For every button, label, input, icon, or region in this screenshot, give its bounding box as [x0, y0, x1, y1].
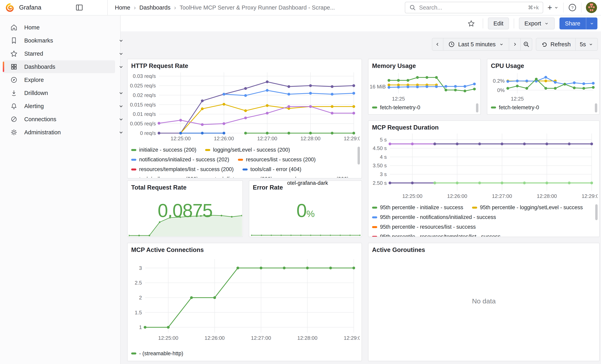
legend-item[interactable]: tools/call - success (200): [131, 176, 198, 178]
question-circle-icon: ?: [568, 3, 577, 12]
time-back-button[interactable]: [432, 38, 443, 51]
sidebar-toggle-icon[interactable]: [75, 3, 83, 12]
legend-item[interactable]: notifications/initialized - success (202…: [131, 157, 229, 163]
mcp-active-connections-chart[interactable]: 11.522.5312:25:0012:26:0012:27:0012:28:0…: [129, 255, 360, 344]
memory-usage-chart[interactable]: 16 MiB12:25: [370, 69, 478, 101]
svg-text:12:25:00: 12:25:00: [158, 335, 178, 341]
legend-item[interactable]: 95th percentile - resources/list - succe…: [372, 224, 476, 230]
legend-scrollbar[interactable]: [595, 204, 598, 220]
sidebar-item-bookmarks[interactable]: Bookmarks: [3, 34, 115, 47]
svg-text:0.01 req/s: 0.01 req/s: [133, 111, 156, 117]
legend-item[interactable]: - (streamable-http): [131, 351, 183, 357]
bookmark-icon: [10, 37, 18, 45]
sidebar-item-dashboards[interactable]: Dashboards: [3, 60, 115, 73]
refresh-interval-picker[interactable]: 5s: [576, 38, 598, 51]
floating-label: otel-grafana-dark: [287, 180, 328, 186]
legend-item[interactable]: fetch-telemetry-0: [491, 105, 539, 111]
cpu-usage-chart[interactable]: 0.2%0%12:25: [489, 69, 597, 101]
zoom-out-button[interactable]: [521, 38, 532, 51]
panel-error-rate: Error Rate 0%: [249, 180, 362, 237]
gear-icon: [10, 128, 18, 136]
sidebar-item-connections[interactable]: Connections: [3, 113, 115, 126]
legend-item[interactable]: resources/list - success (200): [238, 157, 316, 163]
legend-item[interactable]: tools/list - success (200): [207, 176, 272, 178]
compass-icon: [10, 76, 18, 84]
chevron-down-icon[interactable]: [118, 116, 124, 122]
favorite-star-button[interactable]: [467, 20, 475, 27]
panel-title[interactable]: MCP Request Duration: [369, 121, 599, 131]
share-menu-button[interactable]: [586, 18, 597, 30]
chevron-down-icon[interactable]: [118, 37, 124, 44]
search-input[interactable]: Search... ⌘+k: [405, 2, 543, 13]
legend-item[interactable]: unknown - success (200): [281, 176, 349, 178]
legend-scrollbar[interactable]: [476, 103, 478, 112]
sidebar-item-home[interactable]: Home: [3, 21, 115, 34]
bell-icon: [10, 102, 18, 110]
chevron-down-icon[interactable]: [118, 90, 124, 96]
svg-text:0.2%: 0.2%: [493, 78, 505, 84]
legend-item[interactable]: tools/call - error (404): [242, 166, 301, 172]
export-button[interactable]: Export: [519, 18, 555, 30]
breadcrumb-dashboards[interactable]: Dashboards: [139, 4, 170, 11]
legend-item[interactable]: 95th percentile - resources/templates/li…: [372, 234, 501, 237]
legend-item[interactable]: 95th percentile - logging/setLevel - suc…: [472, 205, 583, 211]
panel-title[interactable]: Memory Usage: [369, 59, 480, 69]
legend-item[interactable]: 95th percentile - initialize - success: [372, 205, 463, 211]
sidebar-item-starred[interactable]: Starred: [3, 47, 115, 60]
svg-text:12:25: 12:25: [392, 96, 405, 101]
svg-text:12:27:00: 12:27:00: [251, 335, 271, 341]
dashboard-action-bar: Edit Export Share: [121, 16, 601, 31]
legend-item[interactable]: fetch-telemetry-0: [372, 105, 420, 111]
legend-item[interactable]: initialize - success (200): [131, 147, 196, 153]
svg-text:2.5: 2.5: [135, 280, 142, 286]
chevron-down-icon[interactable]: [118, 64, 124, 70]
help-button[interactable]: ?: [568, 3, 577, 12]
sidebar: Home Bookmarks Starred Dashboards Explor…: [0, 16, 121, 364]
breadcrumb-home[interactable]: Home: [115, 4, 130, 11]
legend-item[interactable]: 95th percentile - notifications/initiali…: [372, 214, 496, 220]
chevron-down-icon: [554, 5, 559, 10]
svg-text:0.03 req/s: 0.03 req/s: [133, 73, 156, 79]
mcp-request-duration-chart[interactable]: 5 s4.50 s4 s3.50 s3 s2.50 s12:25:0012:26…: [370, 130, 598, 201]
time-forward-button[interactable]: [509, 38, 521, 51]
share-button[interactable]: Share: [560, 18, 586, 30]
svg-text:3: 3: [139, 265, 142, 271]
dashboard-canvas: Last 5 minutes Refresh 5s: [121, 31, 601, 364]
panel-title[interactable]: Active Goroutines: [369, 243, 599, 254]
edit-button[interactable]: Edit: [488, 18, 509, 30]
star-icon: [10, 50, 18, 58]
svg-text:0%: 0%: [497, 87, 505, 93]
header-actions: Search... ⌘+k + ?: [405, 2, 601, 13]
sidebar-item-alerting[interactable]: Alerting: [3, 100, 115, 112]
legend-item[interactable]: logging/setLevel - success (200): [205, 147, 290, 153]
chevron-down-icon[interactable]: [118, 103, 124, 109]
brand-name: Grafana: [19, 4, 41, 11]
svg-text:12:28:00: 12:28:00: [297, 335, 317, 341]
chevron-down-icon[interactable]: [118, 129, 124, 136]
top-header: Grafana Home › Dashboards › ToolHive MCP…: [0, 0, 601, 16]
legend-scrollbar[interactable]: [358, 147, 360, 165]
svg-text:12:29:00: 12:29:00: [344, 136, 360, 141]
avatar[interactable]: [586, 2, 597, 13]
legend-scrollbar[interactable]: [595, 103, 597, 112]
chevron-down-icon[interactable]: [118, 50, 124, 57]
panel-title[interactable]: Total Request Rate: [128, 181, 242, 191]
panel-title[interactable]: HTTP Request Rate: [128, 59, 361, 69]
time-range-picker[interactable]: Last 5 minutes: [443, 38, 509, 51]
sidebar-item-explore[interactable]: Explore: [3, 74, 115, 86]
panel-title[interactable]: CPU Usage: [487, 59, 599, 69]
legend-item[interactable]: resources/templates/list - success (200): [131, 166, 234, 172]
chevron-down-icon: [499, 42, 504, 47]
http-request-rate-chart[interactable]: 0 req/s0.005 req/s0.01 req/s0.015 req/s0…: [129, 70, 360, 145]
panel-mcp-request-duration: MCP Request Duration 5 s4.50 s4 s3.50 s3…: [368, 120, 600, 237]
error-rate-sparkline[interactable]: [251, 233, 361, 236]
grafana-logo-icon[interactable]: [5, 3, 15, 12]
add-button[interactable]: +: [548, 4, 559, 11]
sidebar-item-administration[interactable]: Administration: [3, 126, 115, 139]
sidebar-item-drilldown[interactable]: Drilldown: [3, 87, 115, 99]
svg-text:12:28:00: 12:28:00: [300, 136, 321, 141]
panel-title[interactable]: MCP Active Connections: [128, 243, 361, 254]
panel-cpu-usage: CPU Usage 0.2%0%12:25 fetch-telemetry-0: [487, 59, 600, 115]
refresh-button[interactable]: Refresh: [536, 38, 576, 51]
svg-text:12:29:00: 12:29:00: [581, 193, 598, 199]
